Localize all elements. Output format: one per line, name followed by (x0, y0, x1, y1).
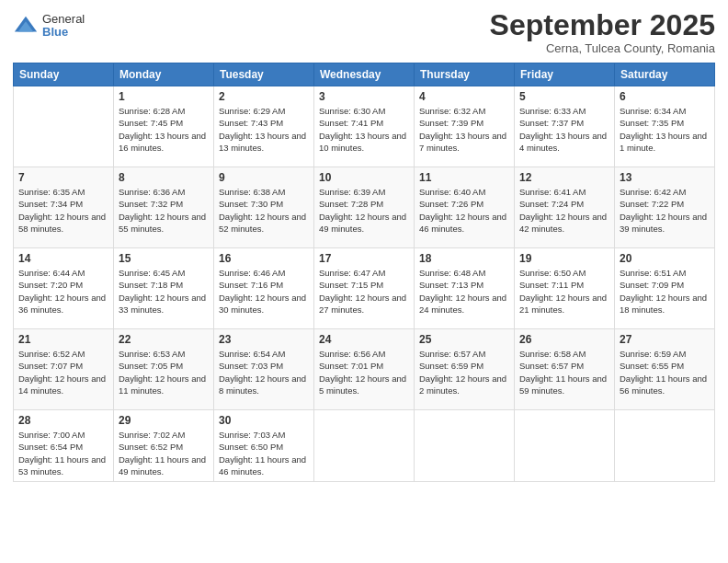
day-number: 7 (18, 171, 108, 184)
day-number: 27 (620, 333, 710, 346)
calendar-cell (14, 86, 114, 167)
day-number: 2 (219, 90, 309, 103)
day-number: 22 (119, 333, 209, 346)
calendar-cell: 26Sunrise: 6:58 AMSunset: 6:57 PMDayligh… (515, 329, 615, 410)
day-info: Sunrise: 6:41 AMSunset: 7:24 PMDaylight:… (519, 186, 609, 235)
calendar-cell: 4Sunrise: 6:32 AMSunset: 7:39 PMDaylight… (415, 86, 515, 167)
header: General Blue September 2025 Cerna, Tulce… (13, 9, 715, 55)
day-number: 25 (419, 333, 509, 346)
day-info: Sunrise: 6:34 AMSunset: 7:35 PMDaylight:… (620, 105, 710, 154)
day-info: Sunrise: 6:52 AMSunset: 7:07 PMDaylight:… (18, 348, 108, 396)
calendar-cell: 29Sunrise: 7:02 AMSunset: 6:52 PMDayligh… (114, 410, 214, 482)
calendar-cell: 16Sunrise: 6:46 AMSunset: 7:16 PMDayligh… (214, 248, 314, 329)
calendar-cell: 18Sunrise: 6:48 AMSunset: 7:13 PMDayligh… (415, 248, 515, 329)
calendar-cell: 5Sunrise: 6:33 AMSunset: 7:37 PMDaylight… (515, 86, 615, 167)
day-info: Sunrise: 6:46 AMSunset: 7:16 PMDaylight:… (219, 267, 309, 316)
day-number: 16 (219, 252, 309, 265)
calendar-cell (314, 410, 415, 482)
day-number: 4 (419, 90, 509, 103)
day-number: 8 (119, 171, 209, 184)
calendar-week-4: 21Sunrise: 6:52 AMSunset: 7:07 PMDayligh… (14, 329, 715, 410)
calendar-cell: 20Sunrise: 6:51 AMSunset: 7:09 PMDayligh… (615, 248, 715, 329)
weekday-header-thursday: Thursday (415, 63, 515, 86)
calendar-cell: 8Sunrise: 6:36 AMSunset: 7:32 PMDaylight… (114, 167, 214, 248)
calendar-cell: 22Sunrise: 6:53 AMSunset: 7:05 PMDayligh… (114, 329, 214, 410)
calendar-cell: 10Sunrise: 6:39 AMSunset: 7:28 PMDayligh… (314, 167, 415, 248)
day-info: Sunrise: 6:45 AMSunset: 7:18 PMDaylight:… (119, 267, 209, 316)
day-number: 3 (319, 90, 409, 103)
day-info: Sunrise: 7:03 AMSunset: 6:50 PMDaylight:… (219, 429, 309, 477)
day-number: 29 (119, 414, 209, 427)
calendar-cell: 24Sunrise: 6:56 AMSunset: 7:01 PMDayligh… (314, 329, 415, 410)
weekday-header-tuesday: Tuesday (214, 63, 314, 86)
calendar-week-5: 28Sunrise: 7:00 AMSunset: 6:54 PMDayligh… (14, 410, 715, 482)
weekday-header-monday: Monday (114, 63, 214, 86)
weekday-header-saturday: Saturday (615, 63, 715, 86)
day-info: Sunrise: 6:30 AMSunset: 7:41 PMDaylight:… (319, 105, 409, 154)
calendar-cell: 6Sunrise: 6:34 AMSunset: 7:35 PMDaylight… (615, 86, 715, 167)
calendar-cell: 2Sunrise: 6:29 AMSunset: 7:43 PMDaylight… (214, 86, 314, 167)
logo-general-text: General (42, 13, 85, 26)
day-number: 12 (519, 171, 609, 184)
calendar-cell: 13Sunrise: 6:42 AMSunset: 7:22 PMDayligh… (615, 167, 715, 248)
calendar-cell: 17Sunrise: 6:47 AMSunset: 7:15 PMDayligh… (314, 248, 415, 329)
day-info: Sunrise: 6:36 AMSunset: 7:32 PMDaylight:… (119, 186, 209, 235)
weekday-header-friday: Friday (515, 63, 615, 86)
calendar-cell: 1Sunrise: 6:28 AMSunset: 7:45 PMDaylight… (114, 86, 214, 167)
day-info: Sunrise: 6:56 AMSunset: 7:01 PMDaylight:… (319, 348, 409, 396)
weekday-header-row: SundayMondayTuesdayWednesdayThursdayFrid… (14, 63, 715, 86)
day-info: Sunrise: 6:44 AMSunset: 7:20 PMDaylight:… (18, 267, 108, 316)
day-number: 24 (319, 333, 409, 346)
day-number: 23 (219, 333, 309, 346)
weekday-header-wednesday: Wednesday (314, 63, 415, 86)
day-info: Sunrise: 6:38 AMSunset: 7:30 PMDaylight:… (219, 186, 309, 235)
day-number: 14 (18, 252, 108, 265)
day-info: Sunrise: 6:33 AMSunset: 7:37 PMDaylight:… (519, 105, 609, 154)
calendar-cell: 9Sunrise: 6:38 AMSunset: 7:30 PMDaylight… (214, 167, 314, 248)
calendar-week-2: 7Sunrise: 6:35 AMSunset: 7:34 PMDaylight… (14, 167, 715, 248)
day-number: 19 (519, 252, 609, 265)
day-info: Sunrise: 6:53 AMSunset: 7:05 PMDaylight:… (119, 348, 209, 396)
logo-blue-text: Blue (42, 26, 85, 39)
calendar-cell: 23Sunrise: 6:54 AMSunset: 7:03 PMDayligh… (214, 329, 314, 410)
month-title: September 2025 (490, 9, 715, 41)
calendar-cell: 30Sunrise: 7:03 AMSunset: 6:50 PMDayligh… (214, 410, 314, 482)
day-number: 6 (620, 90, 710, 103)
calendar-cell (615, 410, 715, 482)
day-info: Sunrise: 6:54 AMSunset: 7:03 PMDaylight:… (219, 348, 309, 396)
day-info: Sunrise: 6:32 AMSunset: 7:39 PMDaylight:… (419, 105, 509, 154)
day-info: Sunrise: 6:58 AMSunset: 6:57 PMDaylight:… (519, 348, 609, 396)
day-info: Sunrise: 7:02 AMSunset: 6:52 PMDaylight:… (119, 429, 209, 477)
day-number: 10 (319, 171, 409, 184)
day-number: 30 (219, 414, 309, 427)
calendar-cell: 15Sunrise: 6:45 AMSunset: 7:18 PMDayligh… (114, 248, 214, 329)
day-info: Sunrise: 6:39 AMSunset: 7:28 PMDaylight:… (319, 186, 409, 235)
calendar-table: SundayMondayTuesdayWednesdayThursdayFrid… (13, 63, 715, 482)
calendar-cell (415, 410, 515, 482)
calendar-cell: 12Sunrise: 6:41 AMSunset: 7:24 PMDayligh… (515, 167, 615, 248)
day-number: 1 (119, 90, 209, 103)
day-number: 13 (620, 171, 710, 184)
calendar-cell: 28Sunrise: 7:00 AMSunset: 6:54 PMDayligh… (14, 410, 114, 482)
day-number: 11 (419, 171, 509, 184)
calendar-cell: 3Sunrise: 6:30 AMSunset: 7:41 PMDaylight… (314, 86, 415, 167)
calendar-cell: 19Sunrise: 6:50 AMSunset: 7:11 PMDayligh… (515, 248, 615, 329)
day-number: 18 (419, 252, 509, 265)
day-info: Sunrise: 6:59 AMSunset: 6:55 PMDaylight:… (620, 348, 710, 396)
calendar-cell: 7Sunrise: 6:35 AMSunset: 7:34 PMDaylight… (14, 167, 114, 248)
calendar-cell: 21Sunrise: 6:52 AMSunset: 7:07 PMDayligh… (14, 329, 114, 410)
page: General Blue September 2025 Cerna, Tulce… (0, 0, 728, 563)
day-info: Sunrise: 6:57 AMSunset: 6:59 PMDaylight:… (419, 348, 509, 396)
day-info: Sunrise: 6:42 AMSunset: 7:22 PMDaylight:… (620, 186, 710, 235)
logo-icon (13, 13, 39, 39)
calendar-cell: 27Sunrise: 6:59 AMSunset: 6:55 PMDayligh… (615, 329, 715, 410)
day-info: Sunrise: 6:50 AMSunset: 7:11 PMDaylight:… (519, 267, 609, 316)
calendar-cell: 14Sunrise: 6:44 AMSunset: 7:20 PMDayligh… (14, 248, 114, 329)
day-info: Sunrise: 6:51 AMSunset: 7:09 PMDaylight:… (620, 267, 710, 316)
calendar-cell (515, 410, 615, 482)
day-info: Sunrise: 6:28 AMSunset: 7:45 PMDaylight:… (119, 105, 209, 154)
day-info: Sunrise: 6:40 AMSunset: 7:26 PMDaylight:… (419, 186, 509, 235)
calendar-cell: 25Sunrise: 6:57 AMSunset: 6:59 PMDayligh… (415, 329, 515, 410)
day-info: Sunrise: 7:00 AMSunset: 6:54 PMDaylight:… (18, 429, 108, 477)
day-info: Sunrise: 6:48 AMSunset: 7:13 PMDaylight:… (419, 267, 509, 316)
